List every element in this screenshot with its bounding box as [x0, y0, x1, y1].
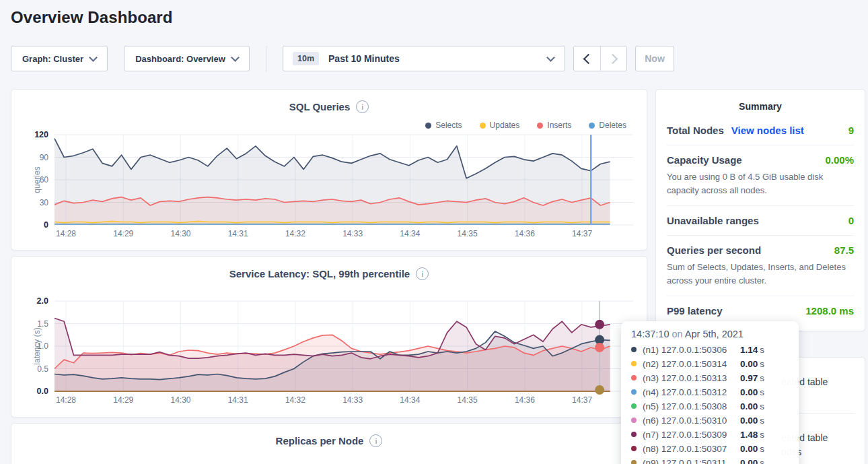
svg-text:14:33: 14:33	[342, 229, 363, 238]
tooltip-node-name: (n5) 127.0.0.1:50308	[643, 401, 737, 411]
tooltip-row: (n8) 127.0.0.1:503070.00s	[631, 442, 789, 455]
svg-text:14:36: 14:36	[515, 395, 535, 405]
now-button[interactable]: Now	[635, 46, 674, 71]
graph-dropdown-label: Graph: Cluster	[22, 54, 83, 64]
chevron-right-icon	[607, 53, 618, 64]
tooltip-node-name: (n2) 127.0.0.1:50314	[643, 359, 737, 369]
summary-title: Summary	[656, 90, 865, 116]
summary-desc: Sum of Selects, Updates, Inserts, and De…	[667, 261, 854, 287]
tooltip-unit: s	[760, 430, 764, 440]
tooltip-node-value: 0.00	[740, 359, 758, 369]
tooltip-node-value: 0.00	[740, 401, 758, 411]
svg-text:14:29: 14:29	[113, 395, 133, 405]
chevron-down-icon	[231, 53, 240, 62]
summary-row: Queries per second87.5Sum of Selects, Up…	[667, 235, 854, 296]
tooltip-rows: (n1) 127.0.0.1:503061.14s(n2) 127.0.0.1:…	[631, 343, 789, 464]
svg-text:14:37: 14:37	[572, 395, 592, 405]
graph-dropdown[interactable]: Graph: Cluster	[11, 46, 108, 71]
series-dot-icon	[631, 389, 637, 395]
tooltip-node-name: (n1) 127.0.0.1:50306	[643, 345, 737, 355]
svg-text:14:34: 14:34	[400, 229, 420, 238]
tooltip-node-value: 1.48	[740, 430, 758, 440]
time-next-button[interactable]	[600, 46, 626, 71]
svg-text:14:31: 14:31	[228, 229, 248, 238]
svg-text:14:30: 14:30	[170, 229, 190, 238]
summary-panel: Summary Total NodesView nodes list9Capac…	[655, 89, 865, 331]
tooltip-row: (n9) 127.0.0.1:503110.00s	[631, 457, 789, 464]
legend-item: Selects	[425, 121, 462, 130]
svg-text:14:31: 14:31	[228, 395, 248, 405]
tooltip-row: (n7) 127.0.0.1:503091.48s	[631, 428, 789, 440]
info-icon[interactable]: i	[356, 100, 369, 113]
series-dot-icon	[631, 418, 637, 423]
legend-dot-icon	[537, 123, 543, 129]
svg-text:0.0: 0.0	[37, 387, 48, 396]
svg-text:14:35: 14:35	[458, 395, 478, 405]
svg-text:1.0: 1.0	[37, 341, 48, 351]
tooltip-node-value: 1.14	[740, 345, 758, 355]
page-title: Overview Dashboard	[11, 8, 173, 27]
summary-label: Total Nodes	[667, 125, 724, 136]
legend-label: Updates	[490, 121, 520, 130]
dashboard-dropdown[interactable]: Dashboard: Overview	[124, 46, 250, 71]
tooltip-timestamp: 14:37:10 on Apr 5th, 2021	[631, 329, 789, 339]
chart-title: SQL Queries	[289, 101, 351, 112]
legend-dot-icon	[480, 123, 486, 129]
service-latency-chart[interactable]: 14:2814:2914:3014:3114:3214:3314:3414:35…	[11, 257, 647, 417]
summary-row: Capacity Usage0.00%You are using 0 B of …	[667, 145, 854, 205]
chevron-left-icon	[583, 53, 594, 64]
overview-dashboard-page: Overview Dashboard Graph: Cluster Dashbo…	[0, 0, 868, 464]
svg-text:0.5: 0.5	[37, 364, 48, 374]
tooltip-node-value: 0.00	[740, 416, 758, 426]
tooltip-node-name: (n3) 127.0.0.1:50313	[643, 373, 737, 383]
svg-text:90: 90	[40, 153, 49, 162]
toolbar-divider	[266, 46, 266, 71]
series-dot-icon	[631, 432, 637, 437]
svg-text:2.0: 2.0	[37, 296, 48, 306]
svg-text:14:34: 14:34	[400, 395, 420, 405]
summary-value: 9	[848, 125, 854, 136]
tooltip-row: (n2) 127.0.0.1:503140.00s	[631, 358, 789, 370]
svg-text:60: 60	[40, 175, 49, 185]
tooltip-node-value: 0.97	[740, 373, 758, 383]
chart-title: Service Latency: SQL, 99th percentile	[229, 268, 410, 279]
info-icon[interactable]: i	[416, 267, 429, 280]
time-pager	[573, 46, 627, 71]
legend-dot-icon	[425, 123, 431, 129]
svg-text:14:32: 14:32	[285, 395, 305, 405]
info-icon[interactable]: i	[369, 434, 382, 447]
summary-label: P99 latency	[667, 305, 723, 317]
tooltip-unit: s	[760, 345, 764, 355]
summary-value: 1208.0 ms	[805, 305, 854, 317]
tooltip-node-name: (n7) 127.0.0.1:50309	[643, 430, 737, 440]
chart-title: Replicas per Node	[276, 435, 364, 446]
svg-text:14:33: 14:33	[342, 395, 363, 405]
sql-queries-panel: SQL Queries i SelectsUpdatesInsertsDelet…	[11, 89, 647, 251]
dashboard-dropdown-label: Dashboard: Overview	[135, 54, 225, 64]
legend-dot-icon	[589, 123, 595, 129]
series-dot-icon	[631, 460, 637, 464]
view-nodes-link[interactable]: View nodes list	[731, 125, 804, 136]
tooltip-unit: s	[760, 416, 764, 426]
legend-label: Selects	[435, 121, 462, 130]
chart-hover-tooltip: 14:37:10 on Apr 5th, 2021 (n1) 127.0.0.1…	[621, 321, 799, 464]
tooltip-node-value: 0.00	[740, 458, 758, 464]
summary-label: Capacity Usage	[667, 154, 742, 166]
legend-label: Deletes	[599, 121, 626, 130]
tooltip-node-name: (n4) 127.0.0.1:50312	[643, 387, 737, 397]
sql-queries-chart[interactable]: 14:2814:2914:3014:3114:3214:3314:3414:35…	[11, 90, 647, 250]
tooltip-row: (n6) 127.0.0.1:503100.00s	[631, 414, 789, 426]
time-prev-button[interactable]	[574, 46, 600, 71]
time-range-badge: 10m	[293, 52, 319, 65]
legend-label: Inserts	[547, 121, 571, 130]
tooltip-unit: s	[760, 444, 764, 454]
summary-desc: You are using 0 B of 4.5 GiB usable disk…	[667, 170, 854, 197]
series-dot-icon	[631, 375, 637, 380]
svg-text:14:28: 14:28	[56, 395, 76, 405]
tooltip-row: (n1) 127.0.0.1:503061.14s	[631, 343, 789, 356]
tooltip-unit: s	[760, 359, 764, 369]
time-range-dropdown[interactable]: 10m Past 10 Minutes	[283, 46, 565, 71]
summary-rows: Total NodesView nodes list9Capacity Usag…	[656, 116, 865, 325]
tooltip-row: (n4) 127.0.0.1:503120.00s	[631, 386, 789, 398]
series-dot-icon	[631, 446, 637, 451]
